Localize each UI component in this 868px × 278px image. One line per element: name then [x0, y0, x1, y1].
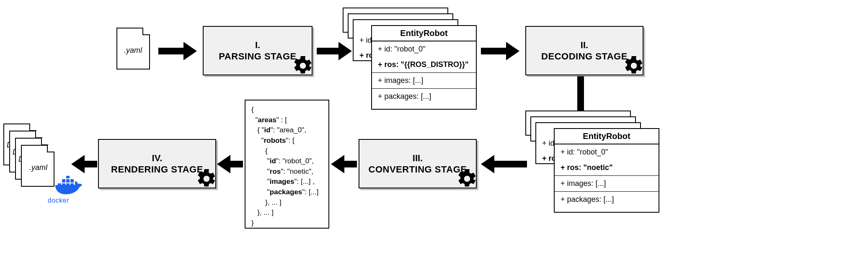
gear-icon [292, 55, 313, 76]
entity2-title: EntityRobot [555, 129, 659, 144]
input-yaml-label: .yaml [124, 46, 142, 55]
docker-label: docker [48, 197, 69, 204]
entity2-id: + id: "robot_0" [555, 144, 659, 160]
arrow-converting-to-json [331, 155, 356, 173]
entity2-packages: + packages: [...] [555, 191, 659, 207]
stage-parsing: I. PARSING STAGE [203, 26, 313, 75]
output-doc-1-label: .yaml [29, 163, 47, 172]
entity1-packages: + packages: [...] [372, 88, 476, 104]
arrow-json-to-rendering [217, 155, 242, 173]
entity2-ros: + ros: "noetic" [555, 160, 659, 175]
stage-rendering-name: RENDERING STAGE [111, 164, 203, 175]
entity1-id: + id: "robot_0" [372, 41, 476, 57]
arrow-input-to-parsing [158, 42, 200, 60]
entity1-card: EntityRobot + id: "robot_0" + ros: "{{RO… [371, 25, 477, 110]
arrow-entity2-to-converting [481, 155, 527, 173]
gear-icon [457, 168, 478, 189]
json-output-box: { "areas" : [ { "id": "area_0", "robots"… [245, 100, 329, 229]
entity2-card: EntityRobot + id: "robot_0" + ros: "noet… [554, 128, 659, 213]
svg-rect-5 [66, 179, 70, 183]
stage-parsing-name: PARSING STAGE [219, 51, 296, 62]
entity1-title: EntityRobot [372, 26, 476, 41]
stage-converting-num: III. [413, 152, 423, 165]
gear-icon [623, 55, 644, 76]
entity1-ros: + ros: "{{ROS_DISTRO}}" [372, 57, 476, 72]
entity1-images: + images: [...] [372, 72, 476, 88]
stage-parsing-num: I. [255, 39, 260, 51]
svg-rect-4 [62, 179, 65, 183]
stage-decoding: II. DECODING STAGE [525, 26, 643, 75]
gear-icon [196, 168, 217, 189]
arrow-parsing-to-entity1 [317, 42, 354, 60]
svg-rect-7 [66, 176, 70, 178]
arrow-entity1-to-decoding [481, 42, 523, 60]
stage-decoding-name: DECODING STAGE [541, 51, 628, 62]
arrow-rendering-to-output [71, 155, 96, 173]
docker-whale-icon [54, 176, 85, 197]
stage-rendering-num: IV. [152, 152, 163, 165]
stage-converting: III. CONVERTING STAGE [359, 139, 477, 188]
svg-rect-6 [70, 179, 74, 183]
entity2-images: + images: [...] [555, 175, 659, 191]
stage-rendering: IV. RENDERING STAGE [98, 139, 216, 188]
stage-converting-name: CONVERTING STAGE [369, 164, 467, 175]
stage-decoding-num: II. [581, 39, 588, 51]
